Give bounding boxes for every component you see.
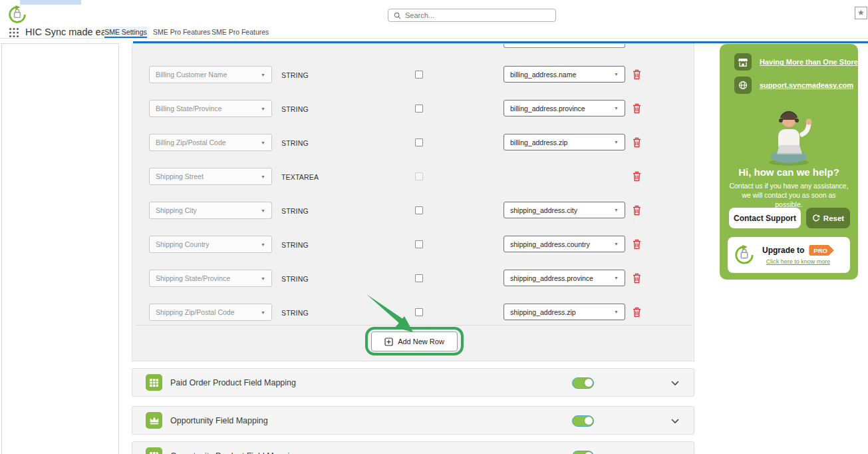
chevron-down-icon: ▼ (261, 107, 265, 111)
chevron-down-icon: ▼ (261, 140, 265, 145)
contact-support-button[interactable]: Contact Support (729, 208, 801, 228)
source-field-select[interactable]: Billing State/Province ▼ (149, 100, 272, 117)
source-field-select[interactable]: Shipping Country ▼ (149, 236, 272, 253)
page-title: HIC Sync made easy (25, 27, 116, 37)
mapping-row: Shipping City ▼ STRING shipping_address.… (132, 202, 694, 219)
upgrade-card: Upgrade to PRO Click here to know more (728, 237, 850, 273)
section-opportunity-product-field-mapping[interactable]: Opportunity Product Field Mapping (132, 441, 694, 454)
app-logo-icon (734, 245, 754, 265)
section-paid-order-product-field-mapping[interactable]: Paid Order Product Field Mapping (132, 368, 694, 397)
target-field-select[interactable]: shipping_address.zip ▼ (504, 304, 625, 320)
globe-icon (734, 77, 752, 94)
upgrade-link[interactable]: Click here to know more (766, 258, 831, 265)
chevron-down-icon: ▼ (614, 106, 619, 111)
row-checkbox-disabled (415, 172, 423, 180)
store-icon (734, 53, 752, 71)
target-field-select[interactable]: billing_address.zip ▼ (504, 134, 625, 150)
field-type-label: STRING (281, 275, 309, 283)
section-toggle-on[interactable] (572, 451, 594, 454)
reset-button[interactable]: Reset (806, 208, 850, 228)
chevron-down-icon: ▼ (261, 276, 265, 281)
field-type-label: STRING (281, 139, 309, 147)
pro-badge: PRO (809, 245, 834, 256)
mapping-row: Shipping Street ▼ TEXTAREA (132, 168, 694, 185)
nav-divider (0, 38, 868, 39)
field-type-label: STRING (281, 309, 309, 317)
row-checkbox[interactable] (415, 274, 423, 282)
table-icon (146, 374, 162, 391)
delete-row-button[interactable] (633, 103, 641, 114)
mapping-row: Shipping State/Province ▼ STRING shippin… (132, 270, 694, 287)
section-opportunity-field-mapping[interactable]: Opportunity Field Mapping (132, 406, 694, 435)
add-new-row-button[interactable]: Add New Row (371, 332, 458, 351)
section-toggle-on[interactable] (572, 415, 594, 427)
mapping-row: Shipping Zip/Postal Code ▼ STRING shippi… (132, 304, 694, 321)
target-field-select[interactable]: shipping_address.city ▼ (504, 202, 625, 218)
chevron-down-icon: ▼ (614, 72, 619, 77)
target-field-select[interactable]: billing_address.province ▼ (504, 100, 625, 116)
table-icon (146, 447, 162, 454)
favorite-star-button[interactable]: ★ (855, 7, 867, 19)
help-body-text: Contact us if you have any assistance, w… (729, 181, 849, 210)
row-separator (136, 325, 692, 326)
delete-row-button[interactable] (633, 137, 641, 148)
section-toggle-on[interactable] (572, 377, 594, 389)
section-label: Opportunity Field Mapping (170, 416, 268, 425)
left-side-panel (1, 43, 119, 454)
chevron-down-icon[interactable] (671, 381, 679, 385)
chevron-down-icon: ▼ (261, 310, 265, 315)
row-checkbox[interactable] (415, 240, 423, 248)
clipped-row-dropdown (504, 44, 625, 48)
target-field-select[interactable]: shipping_address.province ▼ (504, 270, 625, 286)
app-launcher-waffle-icon[interactable] (9, 27, 19, 38)
help-heading: Hi, how can we help? (720, 166, 858, 178)
upgrade-label: Upgrade to (762, 246, 804, 255)
app-logo-icon (8, 5, 27, 24)
row-checkbox[interactable] (415, 308, 423, 316)
tab-sme-settings[interactable]: SME Settings (104, 27, 147, 38)
delete-row-button[interactable] (633, 69, 641, 80)
tab-sme-pro-features-2[interactable]: SME Pro Features (212, 27, 265, 38)
mapping-row: Billing Customer Name ▼ STRING billing_a… (132, 66, 694, 83)
delete-row-button[interactable] (633, 205, 641, 216)
mapping-row: Billing Zip/Postal Code ▼ STRING billing… (132, 134, 694, 151)
field-type-label: STRING (281, 71, 309, 79)
delete-row-button[interactable] (633, 273, 641, 284)
chevron-down-icon: ▼ (261, 174, 265, 179)
source-field-select[interactable]: Shipping City ▼ (149, 202, 272, 219)
tab-sme-pro-features-1[interactable]: SME Pro Features (153, 27, 206, 38)
plus-square-icon (384, 338, 393, 346)
delete-row-button[interactable] (633, 239, 641, 250)
chevron-down-icon: ▼ (614, 276, 619, 280)
source-field-select[interactable]: Shipping Street ▼ (149, 168, 272, 185)
row-checkbox[interactable] (415, 71, 423, 79)
field-type-label: STRING (281, 207, 309, 215)
delete-row-button[interactable] (633, 307, 641, 318)
order-field-mapping-card: Billing Customer Name ▼ STRING billing_a… (132, 43, 694, 361)
support-person-illustration (761, 104, 817, 168)
chevron-down-icon: ▼ (614, 242, 619, 246)
source-field-select[interactable]: Shipping Zip/Postal Code ▼ (149, 304, 272, 321)
refresh-icon (812, 214, 820, 222)
link-support-site[interactable]: support.syncmadeasy.com (734, 77, 853, 94)
search-icon (394, 12, 401, 19)
target-field-select[interactable]: billing_address.name ▼ (504, 66, 625, 83)
source-field-select[interactable]: Billing Zip/Postal Code ▼ (149, 134, 272, 151)
delete-row-button[interactable] (633, 171, 641, 182)
browser-tab-sliver (20, 0, 81, 5)
row-checkbox[interactable] (415, 138, 423, 146)
search-input[interactable] (405, 11, 550, 19)
crown-icon (146, 412, 162, 429)
chevron-down-icon: ▼ (614, 208, 619, 212)
source-field-select[interactable]: Billing Customer Name ▼ (149, 66, 272, 83)
mapping-row: Shipping Country ▼ STRING shipping_addre… (132, 236, 694, 253)
field-type-label: STRING (281, 241, 309, 249)
row-checkbox[interactable] (415, 206, 423, 214)
chevron-down-icon[interactable] (671, 419, 679, 423)
search-bar[interactable] (388, 9, 556, 22)
row-checkbox[interactable] (415, 105, 423, 113)
target-field-select[interactable]: shipping_address.country ▼ (504, 236, 625, 252)
section-label: Paid Order Product Field Mapping (170, 378, 296, 387)
link-multiple-stores[interactable]: Having More than One Store? (734, 53, 863, 71)
source-field-select[interactable]: Shipping State/Province ▼ (149, 270, 272, 287)
